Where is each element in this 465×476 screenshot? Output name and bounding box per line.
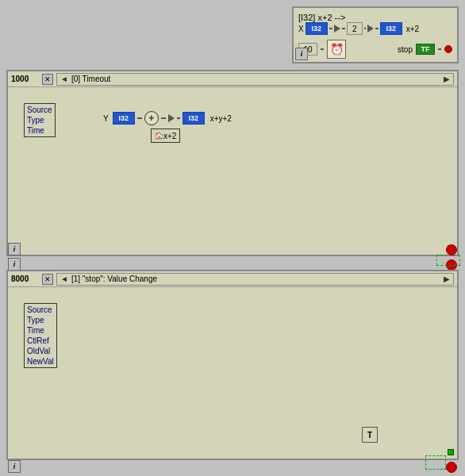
stop-terminal bbox=[444, 45, 452, 53]
stop-circle-panel1-ext bbox=[446, 244, 457, 255]
panel-title-bar-2: ◄ [1] "stop": Value Change ▶ bbox=[56, 273, 454, 286]
source-item-newval-2: NewVal bbox=[27, 356, 54, 367]
source-box-2: Source Type Time CtlRef OldVal NewVal bbox=[24, 303, 57, 368]
event-panel-1: 1000 ✕ ◄ [0] Timeout ▶ Source Type Time … bbox=[6, 70, 459, 256]
panel-id-2: 8000 bbox=[11, 274, 39, 283]
panel-close-btn-1[interactable]: ✕ bbox=[42, 74, 53, 85]
panel-close-btn-2[interactable]: ✕ bbox=[42, 274, 53, 285]
dashed-border-1 bbox=[436, 255, 460, 266]
source-item-type-1: Type bbox=[27, 115, 52, 125]
arrow-right-2[interactable]: ▶ bbox=[444, 274, 450, 283]
source-item-oldval-2: OldVal bbox=[27, 346, 54, 356]
const-2: 2 bbox=[347, 22, 363, 35]
panel-title-1: [0] Timeout bbox=[71, 75, 110, 83]
scroll-indicator-2[interactable] bbox=[448, 449, 454, 455]
i32-box-out: I32 bbox=[380, 22, 402, 35]
add-circle-1: + bbox=[144, 111, 159, 125]
source-item-ctlref-2: CtlRef bbox=[27, 336, 54, 346]
y-label-1: Y bbox=[103, 114, 109, 123]
clock-icon: ⏰ bbox=[327, 40, 346, 59]
source-box-1: Source Type Time bbox=[24, 103, 56, 137]
panel-id-1: 1000 bbox=[11, 75, 39, 83]
t-terminal-2: T bbox=[362, 427, 378, 443]
dashed-border-2 bbox=[425, 455, 446, 470]
arrow-left-1[interactable]: ◄ bbox=[60, 75, 68, 83]
panel-title-bar-1: ◄ [0] Timeout ▶ bbox=[56, 73, 454, 86]
i32-box-x: I32 bbox=[306, 22, 328, 35]
source-item-source-1: Source bbox=[27, 105, 52, 115]
source-item-time-1: Time bbox=[27, 125, 52, 136]
source-item-source-2: Source bbox=[27, 305, 54, 315]
i32-box-out-1: I32 bbox=[183, 112, 205, 125]
equation-label-1: x+y+2 bbox=[210, 114, 232, 123]
panel-header-2: 8000 ✕ ◄ [1] "stop": Value Change ▶ bbox=[8, 271, 457, 287]
i32-box-y: I32 bbox=[113, 112, 135, 125]
x-label: X bbox=[298, 25, 304, 33]
arrow-right-1[interactable]: ▶ bbox=[444, 75, 450, 83]
panel-title-2: [1] "stop": Value Change bbox=[71, 274, 157, 283]
eq-label: x+2 bbox=[406, 25, 419, 33]
source-item-time-2: Time bbox=[27, 325, 54, 336]
panel-body-2: Source Type Time CtlRef OldVal NewVal T bbox=[8, 287, 457, 459]
info-icon-1[interactable]: i bbox=[8, 258, 21, 271]
info-icon-top[interactable]: i bbox=[295, 48, 308, 60]
tf-box: TF bbox=[416, 44, 435, 55]
source-item-type-2: Type bbox=[27, 315, 54, 325]
panel-header-1: 1000 ✕ ◄ [0] Timeout ▶ bbox=[8, 71, 457, 87]
event-panel-2: 8000 ✕ ◄ [1] "stop": Value Change ▶ Sour… bbox=[6, 270, 459, 460]
info-icon-panel2-ext[interactable]: i bbox=[8, 460, 21, 473]
stop-circle-panel2-ext bbox=[446, 462, 457, 473]
stop-label: stop bbox=[398, 45, 413, 54]
panel-body-1: Source Type Time Y I32 + I32 x+y+2 🏠 x+2 bbox=[8, 87, 457, 255]
arrow-left-2[interactable]: ◄ bbox=[60, 274, 68, 283]
top-diagram-panel: [I32] x+2 --> X I32 2 I32 x+2 10 ⏰ stop … bbox=[292, 6, 459, 63]
formula-box-1: 🏠 x+2 bbox=[151, 129, 180, 143]
info-icon-panel1-ext[interactable]: i bbox=[8, 243, 21, 255]
